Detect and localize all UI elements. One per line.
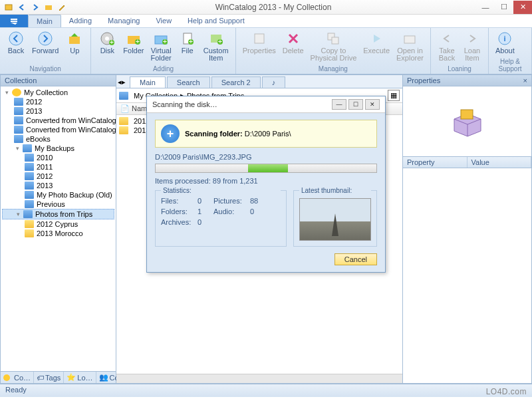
undo-icon[interactable] xyxy=(16,1,28,13)
center-tab-search2[interactable]: Search 2 xyxy=(211,76,261,88)
dialog-titlebar[interactable]: Scanning the disk… — ☐ ✕ xyxy=(147,96,385,113)
redo-icon[interactable] xyxy=(29,1,41,13)
ribbon-group-navigation: Back Forward Up Navigation xyxy=(0,28,91,74)
tree-item[interactable]: Converted from WinCatalog xyxy=(2,125,114,134)
horizontal-scrollbar[interactable] xyxy=(116,374,402,383)
properties-header: Properties× xyxy=(403,75,531,86)
open-icon[interactable] xyxy=(43,1,55,13)
expander-icon[interactable]: ▾ xyxy=(14,145,21,152)
forward-button[interactable]: Forward xyxy=(29,29,61,65)
disk-button[interactable]: +Disk xyxy=(95,29,119,65)
app-menu-button[interactable] xyxy=(0,15,28,27)
tree-item[interactable]: 2012 Cyprus xyxy=(2,219,114,229)
thumb-legend: Latest thumbnail: xyxy=(299,187,371,194)
watermark: LO4D.com xyxy=(486,387,527,396)
maximize-button[interactable]: ☐ xyxy=(495,1,513,14)
folder-icon xyxy=(14,116,23,124)
tree-item[interactable]: eBooks xyxy=(2,134,114,144)
tab-help[interactable]: Help and Support xyxy=(180,15,253,27)
dialog-title-text: Scanning the disk… xyxy=(152,100,217,108)
custom-item-button[interactable]: +Custom Item xyxy=(201,29,231,65)
quick-access-toolbar xyxy=(0,1,70,13)
view-toggle-icon[interactable]: ▦ xyxy=(388,90,400,101)
window-controls: — ☐ ✕ xyxy=(476,1,532,14)
expander-icon[interactable]: ▾ xyxy=(15,211,22,218)
stat-label: Pictures: xyxy=(213,197,250,205)
back-button[interactable]: Back xyxy=(4,29,28,65)
tree-item[interactable]: 2012 xyxy=(2,97,114,106)
svg-rect-24 xyxy=(332,37,338,44)
tab-nav-arrows[interactable]: ◂▸ xyxy=(118,78,126,86)
tree-label: Converted from WinCatalog xyxy=(26,116,116,124)
qa-icon[interactable] xyxy=(3,1,15,13)
folder-icon xyxy=(25,182,34,190)
folder-icon xyxy=(25,163,34,171)
loan-item-button[interactable]: Loan Item xyxy=(460,29,484,65)
close-panel-icon[interactable]: × xyxy=(523,76,527,84)
center-tab-main[interactable]: Main xyxy=(130,76,166,88)
bottom-tab-tags[interactable]: 🏷Tags xyxy=(34,372,64,383)
execute-button[interactable]: Execute xyxy=(360,29,392,65)
center-tab-search[interactable]: Search xyxy=(167,76,210,88)
cancel-button[interactable]: Cancel xyxy=(334,253,377,265)
file-button[interactable]: +File xyxy=(176,29,200,65)
folder-icon xyxy=(119,117,128,125)
tree-item[interactable]: ▾My Backups xyxy=(2,144,114,153)
scan-dialog: Scanning the disk… — ☐ ✕ + Scanning fold… xyxy=(146,96,386,273)
tree-item[interactable]: 2013 xyxy=(2,106,114,116)
svg-rect-28 xyxy=(461,110,473,119)
folder-icon xyxy=(25,200,34,208)
tab-view[interactable]: View xyxy=(148,15,180,27)
tree-item[interactable]: Converted from WinCatalog xyxy=(2,116,114,125)
about-button[interactable]: iAbout xyxy=(493,29,517,58)
ribbon-group-loaning: Take Back Loan Item Loaning xyxy=(431,28,489,74)
center-tab-music[interactable]: ♪ xyxy=(262,76,286,88)
current-file-path: D:\2009 Paris\IMG_2293.JPG xyxy=(155,153,377,161)
folder-button[interactable]: +Folder xyxy=(120,29,146,65)
tab-main[interactable]: Main xyxy=(28,15,61,27)
dialog-close-button[interactable]: ✕ xyxy=(365,99,380,110)
stat-label: Archives: xyxy=(161,218,198,226)
tab-adding[interactable]: Adding xyxy=(61,15,100,27)
tree-item[interactable]: Previous xyxy=(2,200,114,209)
copy-to-drive-button[interactable]: Copy to Physical Drive xyxy=(308,29,360,65)
tree-item[interactable]: 2013 Morocco xyxy=(2,229,114,238)
group-label-managing: Managing xyxy=(240,65,426,72)
banner-prefix: Scanning folder: xyxy=(185,130,245,138)
items-processed: Items processed: 89 from 1,231 xyxy=(155,177,377,185)
properties-columns: Property Value xyxy=(403,156,531,168)
collection-tree[interactable]: ▾My Collection 2012 2013 Converted from … xyxy=(1,86,116,371)
scan-banner: + Scanning folder: D:\2009 Paris\ xyxy=(155,120,377,148)
take-back-button[interactable]: Take Back xyxy=(435,29,459,65)
tree-label: 2013 xyxy=(37,182,53,190)
expander-icon[interactable]: ▾ xyxy=(3,89,11,96)
dialog-minimize-button[interactable]: — xyxy=(332,99,346,110)
collection-icon xyxy=(12,88,21,96)
open-in-explorer-button[interactable]: Open in Explorer xyxy=(394,29,426,65)
tree-item[interactable]: ▾My Collection xyxy=(2,88,114,97)
bottom-tab-locations[interactable]: ⭐Lo… xyxy=(64,372,96,383)
tree-item[interactable]: 2013 xyxy=(2,181,114,190)
virtual-folder-button[interactable]: +Virtual Folder xyxy=(148,29,174,65)
tree-item-selected[interactable]: ▾Photos from Trips xyxy=(2,209,114,219)
col-property[interactable]: Property xyxy=(403,157,467,168)
delete-button[interactable]: Delete xyxy=(280,29,307,65)
properties-button[interactable]: Properties xyxy=(240,29,279,65)
close-button[interactable]: ✕ xyxy=(513,1,532,14)
stat-label: Audio: xyxy=(213,207,250,215)
tree-item[interactable]: 2010 xyxy=(2,153,114,162)
col-value[interactable]: Value xyxy=(467,157,532,168)
folder-icon xyxy=(23,210,33,218)
svg-rect-5 xyxy=(69,37,80,44)
tab-managing[interactable]: Managing xyxy=(100,15,148,27)
minimize-button[interactable]: — xyxy=(476,1,495,14)
bottom-tab-collection[interactable]: Co… xyxy=(1,372,34,383)
up-button[interactable]: Up xyxy=(63,29,86,65)
tree-item[interactable]: 2012 xyxy=(2,172,114,181)
statistics-box: Statistics: Files:0 Pictures:88 Folders:… xyxy=(155,190,287,247)
edit-icon[interactable] xyxy=(56,1,68,13)
latest-thumbnail xyxy=(299,198,371,241)
tree-item[interactable]: 2011 xyxy=(2,162,114,172)
dialog-maximize-button[interactable]: ☐ xyxy=(348,99,363,110)
tree-item[interactable]: My Photo Backup (Old) xyxy=(2,190,114,200)
